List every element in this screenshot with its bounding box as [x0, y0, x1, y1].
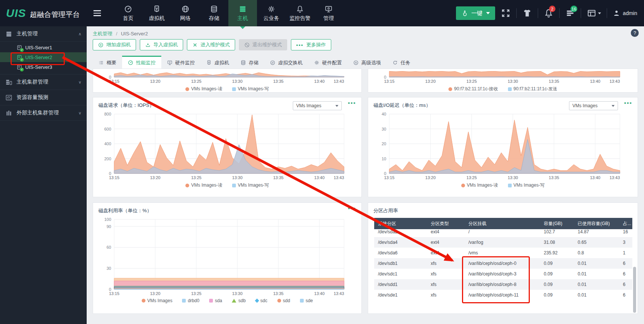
- table-header-row: 系统分区分区类型分区挂载容量(GB)已使用容量(GB)占...: [374, 218, 632, 229]
- more-menu-icon[interactable]: •••: [348, 205, 356, 211]
- action-button-更多操作[interactable]: •••更多操作: [291, 39, 331, 50]
- legend-item[interactable]: sdb: [232, 298, 245, 303]
- more-menu-icon[interactable]: •••: [624, 100, 632, 106]
- nav-item-云业务[interactable]: 云业务: [257, 0, 286, 26]
- svg-text:13:40: 13:40: [314, 175, 325, 180]
- legend-item[interactable]: VMs Images-读: [461, 182, 498, 189]
- menu-toggle-icon[interactable]: [93, 10, 101, 16]
- tab-虚拟交换机[interactable]: 虚拟交换机: [264, 56, 308, 68]
- top-nav: 首页虚拟机网络存储主机云业务监控告警管理: [114, 0, 343, 26]
- tab-概要[interactable]: 概要: [93, 56, 122, 68]
- fullscreen-button[interactable]: [501, 8, 511, 18]
- adv-icon: [353, 60, 359, 65]
- theme-button[interactable]: [522, 8, 532, 18]
- sidebar-item-UIS-Server1[interactable]: UIS-Server1: [0, 43, 87, 52]
- nav-item-首页[interactable]: 首页: [114, 0, 142, 26]
- tab-硬件监控[interactable]: 硬件监控: [161, 56, 200, 68]
- card-partition-usage: 分区占用率 系统分区分区类型分区挂载容量(GB)已使用容量(GB)占.../de…: [368, 202, 638, 314]
- legend-item[interactable]: VMs Images-读: [185, 86, 222, 92]
- tab-高级选项[interactable]: 高级选项: [347, 56, 387, 68]
- legend-label: sdd: [283, 298, 290, 303]
- table-scrollbar[interactable]: [633, 267, 636, 313]
- tab-硬件配置[interactable]: 硬件配置: [308, 56, 347, 68]
- action-button-进入维护模式[interactable]: 进入维护模式: [187, 39, 235, 50]
- chevron-down-icon: [335, 105, 338, 107]
- onekey-button[interactable]: 一键: [456, 6, 495, 20]
- table-row[interactable]: /dev/sdb1xfs/var/lib/ceph/osd/ceph-00.09…: [374, 258, 632, 269]
- table-body[interactable]: /dev/sda2ext4/102.714.8716/dev/sda4ext4/…: [374, 229, 632, 300]
- nav-item-主机[interactable]: 主机: [228, 0, 257, 26]
- svg-text:200: 200: [104, 157, 111, 161]
- table-row[interactable]: /dev/sdd1xfs/var/lib/ceph/osd/ceph-80.09…: [374, 279, 632, 290]
- table-cell: 0.65: [574, 240, 619, 245]
- table-cell: 3: [619, 240, 632, 245]
- table-row[interactable]: /dev/sda4ext4/var/log31.080.653: [374, 237, 632, 248]
- server-icon: [17, 64, 22, 70]
- table-row[interactable]: /dev/sde1xfs/var/lib/ceph/osd/ceph-110.0…: [374, 290, 632, 300]
- sidebar-section-资源容量预测[interactable]: 资源容量预测: [0, 90, 87, 105]
- sidebar-item-UIS-Server2[interactable]: UIS-Server2: [0, 52, 87, 62]
- table-cell: 0.01: [574, 282, 619, 287]
- divider: [559, 8, 560, 18]
- legend-item[interactable]: VMs Images: [142, 298, 173, 303]
- sidebar-section-主机管理[interactable]: 主机管理∧: [0, 26, 87, 42]
- tasks-button[interactable]: 16: [565, 8, 575, 18]
- legend-item[interactable]: 90:f7:b2:11:1f:1c-发送: [508, 86, 558, 92]
- legend-label: VMs Images: [147, 298, 173, 303]
- nav-item-虚拟机[interactable]: 虚拟机: [142, 0, 171, 26]
- nav-item-存储[interactable]: 存储: [200, 0, 228, 26]
- legend-item[interactable]: VMs Images-写: [232, 86, 269, 92]
- legend-item[interactable]: VMs Images-写: [508, 182, 545, 189]
- legend-item[interactable]: drbd0: [182, 298, 199, 303]
- ellipsis-icon: •••: [296, 42, 304, 48]
- table-row[interactable]: /dev/sdc1xfs/var/lib/ceph/osd/ceph-30.09…: [374, 269, 632, 279]
- tab-存储[interactable]: 存储: [235, 56, 264, 68]
- svg-text:13:30: 13:30: [232, 291, 243, 296]
- list-icon: [98, 60, 104, 65]
- alarms-button[interactable]: 2: [544, 8, 554, 18]
- nav-item-管理[interactable]: 管理: [314, 0, 343, 26]
- tab-虚拟机[interactable]: 虚拟机: [200, 56, 235, 68]
- table-row[interactable]: /dev/sda6ext4/vms235.920.81: [374, 248, 632, 258]
- svg-text:40: 40: [382, 113, 386, 116]
- legend-item[interactable]: VMs Images-读: [185, 182, 222, 189]
- nav-label: 网络: [180, 15, 191, 22]
- legend-item[interactable]: sde: [300, 298, 313, 303]
- nav-item-监控告警[interactable]: 监控告警: [286, 0, 314, 26]
- nav-item-网络[interactable]: 网络: [171, 0, 200, 26]
- svg-text:600: 600: [104, 127, 111, 131]
- legend-item[interactable]: sdc: [255, 298, 268, 303]
- series-selector[interactable]: VMs Images: [293, 101, 342, 110]
- legend-item[interactable]: sdd: [277, 298, 290, 303]
- user-menu[interactable]: admin: [613, 9, 637, 17]
- tab-性能监控[interactable]: 性能监控: [122, 56, 161, 68]
- sidebar-section-外部主机集群管理[interactable]: 外部主机集群管理∨: [0, 105, 87, 121]
- chart-icon: [5, 94, 12, 101]
- sidebar-section-label: 主机管理: [17, 30, 38, 37]
- cluster-icon: [5, 79, 12, 86]
- chevron-down-icon: [598, 12, 601, 14]
- topbar: UIS 超融合管理平台 首页虚拟机网络存储主机云业务监控告警管理 一键 2 16: [0, 0, 644, 26]
- gear-icon: [267, 5, 275, 13]
- tasks-icon: [392, 60, 398, 65]
- table-cell: 0.01: [574, 261, 619, 266]
- help-button[interactable]: ?: [631, 29, 639, 37]
- tab-任务[interactable]: 任务: [387, 56, 416, 68]
- alert-count-badge: 2: [549, 6, 555, 12]
- sidebar-section-主机集群管理[interactable]: 主机集群管理∨: [0, 75, 87, 90]
- legend-item[interactable]: 90:f7:b2:11:1f:1c-接收: [448, 86, 498, 92]
- legend-item[interactable]: sda: [209, 298, 222, 303]
- series-selector[interactable]: VMs Images: [569, 101, 618, 110]
- legend-item[interactable]: VMs Images-写: [232, 182, 269, 189]
- task-count-badge: 16: [571, 6, 577, 12]
- table-cell: xfs: [427, 271, 465, 277]
- sidebar-item-UIS-Server3[interactable]: UIS-Server3: [0, 62, 87, 72]
- console-button[interactable]: [587, 8, 601, 18]
- table-row[interactable]: /dev/sda2ext4/102.714.8716: [374, 229, 632, 237]
- table-cell: 6: [619, 261, 632, 266]
- more-menu-icon[interactable]: •••: [348, 100, 356, 106]
- nav-label: 云业务: [263, 15, 279, 22]
- action-button-增加虚拟机[interactable]: 增加虚拟机: [93, 39, 136, 50]
- breadcrumb-parent[interactable]: 主机管理: [93, 31, 112, 37]
- action-button-导入虚拟机[interactable]: 导入虚拟机: [140, 39, 183, 50]
